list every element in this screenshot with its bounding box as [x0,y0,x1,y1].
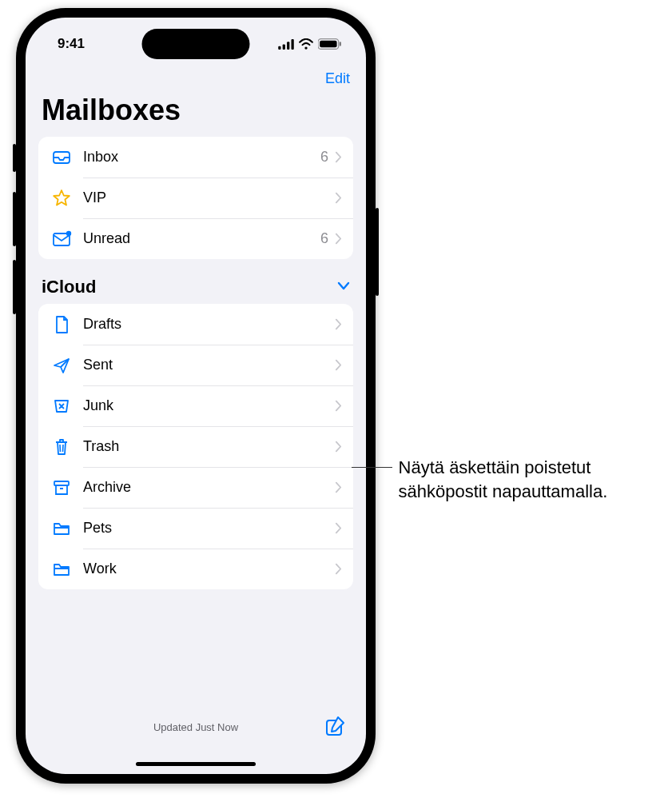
nav-bar: Edit [26,62,366,90]
icloud-folder-list: Drafts Sent Junk Trash Archive [38,304,353,589]
folder-row-sent[interactable]: Sent [38,345,353,385]
chevron-right-icon [335,481,342,493]
mailbox-label: Inbox [83,149,320,166]
junk-icon [51,396,83,417]
star-icon [51,188,83,209]
phone-side-button [13,260,16,314]
phone-side-button [376,208,379,296]
chevron-right-icon [335,400,342,412]
edit-button[interactable]: Edit [325,70,350,87]
inbox-icon [51,147,83,168]
folder-label: Junk [83,397,335,414]
folder-row-archive[interactable]: Archive [38,467,353,508]
callout-text: Näytä äskettäin poistetut sähköpostit na… [392,456,655,503]
wifi-icon [299,38,313,50]
folder-label: Pets [83,520,335,537]
mailbox-count: 6 [320,149,328,166]
trash-icon [51,437,83,457]
mailbox-label: Unread [83,230,320,247]
page-title: Mailboxes [26,90,366,137]
mailbox-count: 6 [320,230,328,247]
cellular-icon [278,39,294,50]
sent-icon [51,355,83,376]
status-icons [278,38,342,50]
status-time: 9:41 [58,36,85,52]
drafts-icon [51,314,83,335]
phone-side-button [13,192,16,246]
folder-row-pets[interactable]: Pets [38,508,353,549]
battery-icon [318,38,342,50]
status-text: Updated Just Now [153,721,238,733]
folder-icon [51,559,83,580]
folder-row-work[interactable]: Work [38,549,353,589]
unread-icon [51,229,83,249]
iphone-frame: 9:41 Edit Mailboxes Inbox 6 VIP [16,8,376,784]
chevron-right-icon [335,522,342,534]
home-indicator [136,762,256,766]
chevron-right-icon [335,441,342,453]
folder-row-junk[interactable]: Junk [38,385,353,426]
screen: 9:41 Edit Mailboxes Inbox 6 VIP [26,18,366,774]
annotation-callout: Näytä äskettäin poistetut sähköpostit na… [352,456,655,503]
mailbox-list: Inbox 6 VIP Unread 6 [38,137,353,259]
callout-leader-line [352,467,392,468]
folder-icon [51,518,83,539]
compose-button[interactable] [324,715,347,740]
mailbox-row-inbox[interactable]: Inbox 6 [38,137,353,178]
folder-row-trash[interactable]: Trash [38,426,353,467]
chevron-right-icon [335,318,342,330]
chevron-down-icon [337,280,350,294]
archive-icon [51,477,83,498]
section-header-icloud[interactable]: iCloud [26,277,366,304]
folder-label: Archive [83,479,335,496]
folder-label: Drafts [83,316,335,333]
mailbox-row-vip[interactable]: VIP [38,178,353,218]
section-title: iCloud [42,277,96,297]
mailbox-label: VIP [83,190,328,206]
folder-label: Sent [83,357,335,373]
phone-side-button [13,144,16,172]
folder-label: Work [83,561,335,577]
chevron-right-icon [335,151,342,163]
dynamic-island [142,29,250,59]
folder-row-drafts[interactable]: Drafts [38,304,353,345]
chevron-right-icon [335,192,342,204]
folder-label: Trash [83,438,335,455]
mailbox-row-unread[interactable]: Unread 6 [38,218,353,259]
compose-icon [324,715,347,737]
chevron-right-icon [335,233,342,245]
chevron-right-icon [335,563,342,575]
chevron-right-icon [335,359,342,371]
